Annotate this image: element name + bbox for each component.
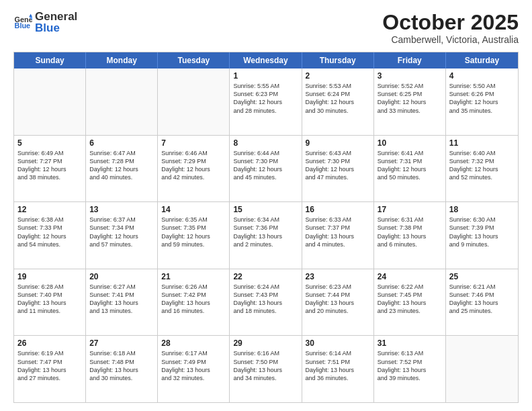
day-number: 4 xyxy=(449,71,515,81)
day-info: Sunrise: 6:37 AM Sunset: 7:34 PM Dayligh… xyxy=(89,216,154,248)
day-number: 15 xyxy=(233,205,298,214)
day-info: Sunrise: 6:19 AM Sunset: 7:47 PM Dayligh… xyxy=(17,349,82,382)
day-cell-12: 12Sunrise: 6:38 AM Sunset: 7:33 PM Dayli… xyxy=(14,202,86,269)
calendar-body: 1Sunrise: 5:55 AM Sunset: 6:23 PM Daylig… xyxy=(14,68,518,402)
day-cell-17: 17Sunrise: 6:31 AM Sunset: 7:38 PM Dayli… xyxy=(374,202,446,269)
logo: General Blue General Blue xyxy=(13,11,77,34)
month-title: October 2025 xyxy=(382,11,519,34)
day-number: 9 xyxy=(306,138,370,148)
day-number: 26 xyxy=(17,338,82,348)
day-cell-14: 14Sunrise: 6:35 AM Sunset: 7:35 PM Dayli… xyxy=(158,202,230,269)
weekday-header-monday: Monday xyxy=(86,52,158,68)
day-cell-16: 16Sunrise: 6:33 AM Sunset: 7:37 PM Dayli… xyxy=(302,202,374,269)
day-info: Sunrise: 6:22 AM Sunset: 7:45 PM Dayligh… xyxy=(378,283,442,316)
weekday-header-thursday: Thursday xyxy=(302,52,374,68)
day-info: Sunrise: 6:21 AM Sunset: 7:46 PM Dayligh… xyxy=(449,283,515,316)
day-info: Sunrise: 6:26 AM Sunset: 7:42 PM Dayligh… xyxy=(161,283,226,316)
day-cell-26: 26Sunrise: 6:19 AM Sunset: 7:47 PM Dayli… xyxy=(14,336,86,402)
day-cell-5: 5Sunrise: 6:49 AM Sunset: 7:27 PM Daylig… xyxy=(14,136,86,202)
logo-general-text: General xyxy=(35,11,77,22)
day-cell-10: 10Sunrise: 6:41 AM Sunset: 7:31 PM Dayli… xyxy=(374,136,446,202)
day-info: Sunrise: 6:40 AM Sunset: 7:32 PM Dayligh… xyxy=(449,149,515,182)
day-info: Sunrise: 6:28 AM Sunset: 7:40 PM Dayligh… xyxy=(17,283,82,316)
calendar-row-4: 19Sunrise: 6:28 AM Sunset: 7:40 PM Dayli… xyxy=(14,269,518,336)
day-info: Sunrise: 5:53 AM Sunset: 6:24 PM Dayligh… xyxy=(306,82,370,115)
calendar-row-5: 26Sunrise: 6:19 AM Sunset: 7:47 PM Dayli… xyxy=(14,335,518,402)
calendar-header: SundayMondayTuesdayWednesdayThursdayFrid… xyxy=(14,52,518,68)
day-info: Sunrise: 6:49 AM Sunset: 7:27 PM Dayligh… xyxy=(17,149,82,182)
empty-cell-4-6 xyxy=(446,336,518,402)
day-number: 24 xyxy=(378,272,442,281)
day-number: 1 xyxy=(233,71,298,81)
weekday-header-sunday: Sunday xyxy=(14,52,86,68)
day-cell-1: 1Sunrise: 5:55 AM Sunset: 6:23 PM Daylig… xyxy=(230,68,302,135)
day-number: 3 xyxy=(378,71,442,81)
calendar: SundayMondayTuesdayWednesdayThursdayFrid… xyxy=(13,52,519,403)
day-cell-19: 19Sunrise: 6:28 AM Sunset: 7:40 PM Dayli… xyxy=(14,269,86,336)
location-title: Camberwell, Victoria, Australia xyxy=(382,34,519,45)
title-block: October 2025 Camberwell, Victoria, Austr… xyxy=(382,11,519,45)
day-cell-24: 24Sunrise: 6:22 AM Sunset: 7:45 PM Dayli… xyxy=(374,269,446,336)
day-number: 11 xyxy=(449,138,515,148)
day-info: Sunrise: 6:16 AM Sunset: 7:50 PM Dayligh… xyxy=(233,349,298,382)
day-cell-2: 2Sunrise: 5:53 AM Sunset: 6:24 PM Daylig… xyxy=(302,68,374,135)
day-info: Sunrise: 6:34 AM Sunset: 7:36 PM Dayligh… xyxy=(233,216,298,248)
day-cell-21: 21Sunrise: 6:26 AM Sunset: 7:42 PM Dayli… xyxy=(158,269,230,336)
weekday-header-wednesday: Wednesday xyxy=(230,52,302,68)
day-info: Sunrise: 6:33 AM Sunset: 7:37 PM Dayligh… xyxy=(306,216,370,248)
day-number: 27 xyxy=(89,338,154,348)
day-cell-23: 23Sunrise: 6:23 AM Sunset: 7:44 PM Dayli… xyxy=(302,269,374,336)
day-info: Sunrise: 6:17 AM Sunset: 7:49 PM Dayligh… xyxy=(161,349,226,382)
day-cell-30: 30Sunrise: 6:14 AM Sunset: 7:51 PM Dayli… xyxy=(302,336,374,402)
weekday-header-saturday: Saturday xyxy=(446,52,518,68)
day-number: 14 xyxy=(161,205,226,214)
day-number: 23 xyxy=(306,272,370,281)
day-info: Sunrise: 6:38 AM Sunset: 7:33 PM Dayligh… xyxy=(17,216,82,248)
day-cell-18: 18Sunrise: 6:30 AM Sunset: 7:39 PM Dayli… xyxy=(446,202,518,269)
day-number: 6 xyxy=(89,138,154,148)
day-info: Sunrise: 6:24 AM Sunset: 7:43 PM Dayligh… xyxy=(233,283,298,316)
day-number: 31 xyxy=(378,338,442,348)
day-info: Sunrise: 6:14 AM Sunset: 7:51 PM Dayligh… xyxy=(306,349,370,382)
day-info: Sunrise: 6:23 AM Sunset: 7:44 PM Dayligh… xyxy=(306,283,370,316)
day-number: 16 xyxy=(306,205,370,214)
day-info: Sunrise: 6:35 AM Sunset: 7:35 PM Dayligh… xyxy=(161,216,226,248)
day-info: Sunrise: 6:43 AM Sunset: 7:30 PM Dayligh… xyxy=(306,149,370,182)
day-cell-22: 22Sunrise: 6:24 AM Sunset: 7:43 PM Dayli… xyxy=(230,269,302,336)
day-number: 29 xyxy=(233,338,298,348)
day-number: 25 xyxy=(449,272,515,281)
weekday-header-friday: Friday xyxy=(374,52,446,68)
day-number: 13 xyxy=(89,205,154,214)
day-cell-8: 8Sunrise: 6:44 AM Sunset: 7:30 PM Daylig… xyxy=(230,136,302,202)
day-number: 10 xyxy=(378,138,442,148)
weekday-header-tuesday: Tuesday xyxy=(158,52,230,68)
day-number: 19 xyxy=(17,272,82,281)
day-cell-31: 31Sunrise: 6:13 AM Sunset: 7:52 PM Dayli… xyxy=(374,336,446,402)
day-number: 20 xyxy=(89,272,154,281)
day-info: Sunrise: 6:41 AM Sunset: 7:31 PM Dayligh… xyxy=(378,149,442,182)
empty-cell-0-1 xyxy=(86,68,158,135)
day-number: 18 xyxy=(449,205,515,214)
calendar-row-3: 12Sunrise: 6:38 AM Sunset: 7:33 PM Dayli… xyxy=(14,201,518,269)
day-info: Sunrise: 6:47 AM Sunset: 7:28 PM Dayligh… xyxy=(89,149,154,182)
day-number: 21 xyxy=(161,272,226,281)
day-cell-28: 28Sunrise: 6:17 AM Sunset: 7:49 PM Dayli… xyxy=(158,336,230,402)
day-info: Sunrise: 5:52 AM Sunset: 6:25 PM Dayligh… xyxy=(378,82,442,115)
empty-cell-0-2 xyxy=(158,68,230,135)
calendar-row-2: 5Sunrise: 6:49 AM Sunset: 7:27 PM Daylig… xyxy=(14,135,518,202)
day-cell-29: 29Sunrise: 6:16 AM Sunset: 7:50 PM Dayli… xyxy=(230,336,302,402)
day-number: 12 xyxy=(17,205,82,214)
logo-blue-text: Blue xyxy=(35,22,77,34)
day-number: 8 xyxy=(233,138,298,148)
day-number: 22 xyxy=(233,272,298,281)
day-number: 2 xyxy=(306,71,370,81)
calendar-row-1: 1Sunrise: 5:55 AM Sunset: 6:23 PM Daylig… xyxy=(14,68,518,135)
day-info: Sunrise: 6:13 AM Sunset: 7:52 PM Dayligh… xyxy=(378,349,442,382)
empty-cell-0-0 xyxy=(14,68,86,135)
day-info: Sunrise: 6:30 AM Sunset: 7:39 PM Dayligh… xyxy=(449,216,515,248)
day-number: 28 xyxy=(161,338,226,348)
day-info: Sunrise: 6:44 AM Sunset: 7:30 PM Dayligh… xyxy=(233,149,298,182)
day-cell-4: 4Sunrise: 5:50 AM Sunset: 6:26 PM Daylig… xyxy=(446,68,518,135)
day-info: Sunrise: 6:46 AM Sunset: 7:29 PM Dayligh… xyxy=(161,149,226,182)
day-cell-13: 13Sunrise: 6:37 AM Sunset: 7:34 PM Dayli… xyxy=(86,202,158,269)
